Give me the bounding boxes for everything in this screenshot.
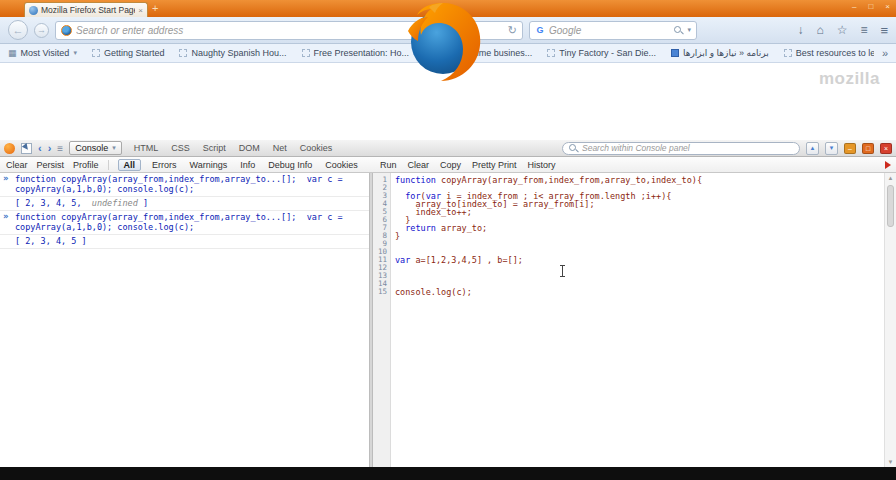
filter-all[interactable]: All bbox=[118, 159, 142, 171]
firebug-main: »function copyArray(array_from,index_fro… bbox=[0, 173, 896, 467]
new-tab-button[interactable]: + bbox=[152, 3, 158, 14]
hamburger-menu-icon[interactable]: ≡ bbox=[880, 23, 888, 38]
search-dropdown-icon[interactable]: ▾ bbox=[687, 26, 691, 34]
bookmark-favicon bbox=[547, 49, 555, 57]
bookmark-item[interactable]: برنامه « نیازها و ابزارها bbox=[671, 48, 769, 58]
search-next-icon[interactable]: ▼ bbox=[825, 142, 838, 155]
console-panel-tab[interactable]: Console ▾ bbox=[69, 141, 122, 155]
editor-scrollbar[interactable]: ▲ ▼ bbox=[884, 173, 896, 467]
filter-debug-info[interactable]: Debug Info bbox=[266, 160, 314, 170]
filter-info[interactable]: Info bbox=[238, 160, 257, 170]
command-popup-icon[interactable] bbox=[885, 161, 891, 169]
firebug-icon[interactable] bbox=[4, 143, 15, 154]
pretty-print-button[interactable]: Pretty Print bbox=[472, 160, 517, 170]
firebug-panel: ‹ › ≡ Console ▾ HTMLCSSScriptDOMNetCooki… bbox=[0, 140, 896, 467]
inspect-element-icon[interactable] bbox=[21, 143, 32, 154]
search-icon[interactable] bbox=[674, 26, 683, 35]
bookmark-item[interactable]: ▦Most Visited▾ bbox=[8, 48, 77, 58]
filter-errors[interactable]: Errors bbox=[150, 160, 179, 170]
bookmark-star-icon[interactable]: ☆ bbox=[837, 23, 848, 37]
bookmarks-panel-icon[interactable]: ≡ bbox=[860, 23, 867, 37]
tab-close-icon[interactable]: × bbox=[138, 6, 143, 15]
search-input[interactable] bbox=[549, 25, 670, 36]
maximize-button[interactable]: □ bbox=[868, 2, 873, 11]
search-bar[interactable]: G ▾ bbox=[529, 21, 697, 40]
reload-icon[interactable]: ↻ bbox=[508, 24, 517, 37]
code-line: index_to++; bbox=[395, 208, 882, 216]
firebug-toolbar: ClearPersistProfile AllErrorsWarningsInf… bbox=[0, 157, 896, 173]
firebug-panel-tabs: HTMLCSSScriptDOMNetCookies bbox=[128, 143, 333, 153]
console-input-chevron-icon: » bbox=[3, 173, 8, 183]
scroll-up-icon[interactable]: ▲ bbox=[885, 173, 896, 183]
back-button[interactable]: ← bbox=[8, 20, 28, 40]
firebug-tab-css[interactable]: CSS bbox=[171, 143, 190, 153]
close-button[interactable]: × bbox=[885, 2, 890, 11]
code-line: var a=[1,2,3,4,5] , b=[]; bbox=[395, 256, 882, 264]
firebug-tab-script[interactable]: Script bbox=[203, 143, 226, 153]
firebug-tab-dom[interactable]: DOM bbox=[239, 143, 260, 153]
code-line: return array_to; bbox=[395, 224, 882, 232]
site-identity-icon[interactable] bbox=[61, 25, 72, 36]
code-line: } bbox=[395, 232, 882, 240]
panel-list-icon[interactable]: ≡ bbox=[57, 143, 63, 154]
bookmark-favicon: ▦ bbox=[8, 49, 17, 58]
firefox-logo bbox=[399, 0, 487, 82]
code-line bbox=[395, 264, 882, 272]
history-forward-icon[interactable]: › bbox=[48, 143, 52, 154]
bookmark-item[interactable]: Naughty Spanish Hou... bbox=[179, 48, 286, 58]
scroll-down-icon[interactable]: ▼ bbox=[885, 457, 896, 467]
clear-button[interactable]: Clear bbox=[408, 160, 430, 170]
firebug-close-button[interactable]: × bbox=[880, 143, 892, 154]
tab-title: Mozilla Firefox Start Page bbox=[41, 5, 135, 15]
toolbar-icons: ↓ ⌂ ☆ ≡ ≡ bbox=[797, 23, 888, 38]
filter-warnings[interactable]: Warnings bbox=[188, 160, 230, 170]
window-controls: – □ × bbox=[852, 2, 890, 11]
taskbar bbox=[0, 467, 896, 480]
minimize-button[interactable]: – bbox=[852, 2, 856, 11]
profile-button[interactable]: Profile bbox=[73, 160, 99, 170]
bookmarks-overflow-icon[interactable]: » bbox=[874, 47, 888, 59]
forward-button[interactable]: → bbox=[34, 23, 49, 38]
console-input-entry[interactable]: »function copyArray(array_from,index_fro… bbox=[0, 211, 369, 235]
console-result-entry: [ 2, 3, 4, 5 ] bbox=[0, 235, 369, 249]
firefox-window: Mozilla Firefox Start Page × + – □ × ← →… bbox=[0, 0, 896, 480]
search-prev-icon[interactable]: ▲ bbox=[806, 142, 819, 155]
editor-buttons: RunClearCopyPretty PrintHistory bbox=[380, 160, 556, 170]
search-engine-icon[interactable]: G bbox=[535, 25, 545, 35]
console-result-entry: [ 2, 3, 4, 5, undefined ] bbox=[0, 197, 369, 211]
bookmark-item[interactable]: Tiny Factory - San Die... bbox=[547, 48, 656, 58]
firebug-minimize-button[interactable]: – bbox=[844, 143, 856, 154]
browser-tab[interactable]: Mozilla Firefox Start Page × bbox=[24, 2, 148, 17]
scrollbar-thumb[interactable] bbox=[887, 185, 894, 227]
run-button[interactable]: Run bbox=[380, 160, 397, 170]
firebug-search-box[interactable] bbox=[562, 142, 800, 155]
bookmark-favicon bbox=[179, 49, 187, 57]
copy-button[interactable]: Copy bbox=[440, 160, 461, 170]
code-editor[interactable]: function copyArray(array_from,index_from… bbox=[391, 173, 896, 467]
bookmark-favicon bbox=[784, 49, 792, 57]
clear-button[interactable]: Clear bbox=[6, 160, 28, 170]
history-back-icon[interactable]: ‹ bbox=[38, 143, 42, 154]
firebug-search-input[interactable] bbox=[582, 143, 793, 153]
bookmark-favicon bbox=[92, 49, 100, 57]
bookmark-item[interactable]: Getting Started bbox=[92, 48, 165, 58]
firebug-tab-bar: ‹ › ≡ Console ▾ HTMLCSSScriptDOMNetCooki… bbox=[0, 140, 896, 157]
console-output-pane[interactable]: »function copyArray(array_from,index_fro… bbox=[0, 173, 369, 467]
firebug-tab-html[interactable]: HTML bbox=[134, 143, 159, 153]
firebug-tab-net[interactable]: Net bbox=[273, 143, 287, 153]
code-line: console.log(c); bbox=[395, 288, 882, 296]
bookmark-item[interactable]: Best resources to learn... bbox=[784, 48, 874, 58]
filter-cookies[interactable]: Cookies bbox=[323, 160, 360, 170]
downloads-icon[interactable]: ↓ bbox=[797, 23, 803, 37]
bookmark-favicon bbox=[671, 49, 679, 57]
toolbar-divider bbox=[108, 160, 109, 170]
home-icon[interactable]: ⌂ bbox=[816, 23, 823, 37]
console-input-entry[interactable]: »function copyArray(array_from,index_fro… bbox=[0, 173, 369, 197]
firebug-detach-button[interactable]: □ bbox=[862, 143, 874, 154]
history-button[interactable]: History bbox=[528, 160, 556, 170]
search-icon bbox=[569, 144, 578, 153]
console-input-chevron-icon: » bbox=[3, 211, 8, 221]
bookmark-item[interactable]: Free Presentation: Ho... bbox=[302, 48, 410, 58]
persist-button[interactable]: Persist bbox=[37, 160, 65, 170]
firebug-tab-cookies[interactable]: Cookies bbox=[300, 143, 333, 153]
